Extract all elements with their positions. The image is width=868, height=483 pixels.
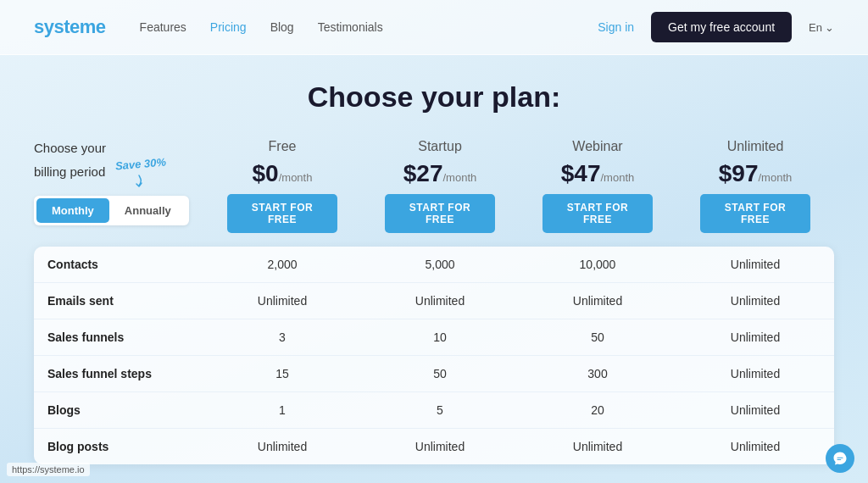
webinar-value: 50 [519, 319, 676, 355]
table-row: Blog posts Unlimited Unlimited Unlimited… [34, 428, 834, 464]
unlimited-value: Unlimited [676, 428, 834, 464]
page-title: Choose your plan: [34, 80, 834, 114]
table-row: Contacts 2,000 5,000 10,000 Unlimited [34, 247, 834, 283]
free-value: 1 [203, 391, 361, 428]
feature-label: Sales funnel steps [34, 355, 203, 391]
free-value: 3 [203, 319, 361, 355]
plan-free: Free $0/month START FOR FREE [203, 139, 361, 233]
table-row: Blogs 1 5 20 Unlimited [34, 391, 834, 428]
plan-webinar-cta[interactable]: START FOR FREE [542, 194, 653, 233]
language-selector[interactable]: En ⌄ [809, 21, 834, 34]
plan-webinar-price: $47/month [527, 161, 668, 187]
unlimited-value: Unlimited [676, 355, 834, 391]
unlimited-value: Unlimited [676, 319, 834, 355]
table-row: Sales funnels 3 10 50 Unlimited [34, 319, 834, 355]
url-bar: https://systeme.io [7, 463, 90, 476]
table-row: Sales funnel steps 15 50 300 Unlimited [34, 355, 834, 391]
plan-free-cta[interactable]: START FOR FREE [227, 194, 337, 233]
free-account-button[interactable]: Get my free account [651, 12, 792, 42]
unlimited-value: Unlimited [676, 247, 834, 283]
plan-webinar: Webinar $47/month START FOR FREE [519, 139, 676, 233]
startup-value: 50 [361, 355, 519, 391]
billing-toggle: Monthly Annually [34, 196, 189, 225]
webinar-value: Unlimited [519, 282, 676, 319]
startup-value: 5 [361, 391, 519, 428]
feature-label: Contacts [34, 247, 203, 283]
startup-value: 10 [361, 319, 519, 355]
free-value: 15 [203, 355, 361, 391]
plan-free-price: $0/month [212, 161, 353, 187]
startup-value: Unlimited [361, 282, 519, 319]
plan-startup-price: $27/month [370, 161, 510, 187]
chat-icon[interactable] [826, 444, 854, 473]
monthly-toggle[interactable]: Monthly [36, 198, 109, 223]
plan-startup: Startup $27/month START FOR FREE [361, 139, 519, 233]
webinar-value: 300 [519, 355, 676, 391]
plan-startup-name: Startup [370, 139, 510, 154]
plan-unlimited: Unlimited $97/month START FOR FREE [676, 139, 834, 233]
webinar-value: Unlimited [519, 428, 676, 464]
nav-pricing[interactable]: Pricing [210, 20, 247, 34]
plans-header: Choose your billing period Save 30% Mont… [34, 139, 834, 233]
webinar-value: 20 [519, 391, 676, 428]
billing-section: Choose your billing period Save 30% Mont… [34, 139, 203, 225]
unlimited-value: Unlimited [676, 282, 834, 319]
sign-in-link[interactable]: Sign in [598, 20, 634, 34]
main-nav: Features Pricing Blog Testimonials [140, 20, 598, 34]
free-value: Unlimited [203, 428, 361, 464]
nav-testimonials[interactable]: Testimonials [318, 20, 383, 34]
header-actions: Sign in Get my free account En ⌄ [598, 12, 834, 42]
nav-features[interactable]: Features [140, 20, 186, 34]
annually-toggle[interactable]: Annually [109, 198, 186, 223]
chevron-down-icon: ⌄ [825, 21, 834, 34]
nav-blog[interactable]: Blog [270, 20, 294, 34]
save-badge: Save 30% [115, 154, 167, 174]
arrow-icon [131, 172, 147, 189]
free-value: 2,000 [203, 247, 361, 283]
feature-label: Blog posts [34, 428, 203, 464]
free-value: Unlimited [203, 282, 361, 319]
unlimited-value: Unlimited [676, 391, 834, 428]
feature-label: Emails sent [34, 282, 203, 319]
feature-label: Blogs [34, 391, 203, 428]
table-row: Emails sent Unlimited Unlimited Unlimite… [34, 282, 834, 319]
logo: systeme [34, 16, 106, 38]
webinar-value: 10,000 [519, 247, 676, 283]
startup-value: 5,000 [361, 247, 519, 283]
startup-value: Unlimited [361, 428, 519, 464]
plan-free-name: Free [212, 139, 353, 154]
billing-label: Choose your billing period Save 30% [34, 139, 195, 189]
plan-webinar-name: Webinar [527, 139, 668, 154]
plan-startup-cta[interactable]: START FOR FREE [385, 194, 495, 233]
plan-unlimited-name: Unlimited [685, 139, 826, 154]
comparison-table: Contacts 2,000 5,000 10,000 Unlimited Em… [34, 247, 834, 464]
plan-unlimited-price: $97/month [685, 161, 826, 187]
feature-label: Sales funnels [34, 319, 203, 355]
plan-unlimited-cta[interactable]: START FOR FREE [700, 194, 810, 233]
